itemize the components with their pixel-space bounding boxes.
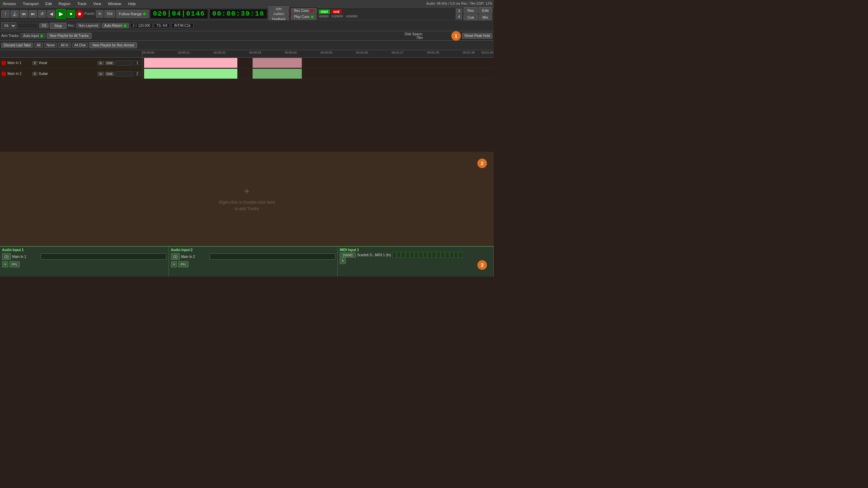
start-marker[interactable]: start xyxy=(319,9,330,14)
menu-help[interactable]: Help xyxy=(127,1,137,6)
track2-rec-circle[interactable] xyxy=(1,72,6,76)
toolbar3: Arm Tracks: Auto-Input New Playlist for … xyxy=(0,31,494,41)
rec-right-btn[interactable]: Rec xyxy=(463,7,478,14)
rec-label: Rec: xyxy=(68,24,75,27)
track1-clip2[interactable] xyxy=(253,58,302,68)
track2-instrument: Guitar xyxy=(39,72,96,76)
track2-name: Main In 2 xyxy=(7,72,31,76)
non-layered-btn[interactable]: Non-Layered xyxy=(76,23,101,28)
audio-input-2-pfl-btn[interactable]: PFL xyxy=(178,261,189,267)
audio-input-1-title: Audio Input 1 xyxy=(2,248,166,252)
track2-header: Main In 2 P Guitar In Disk 2 xyxy=(0,68,142,79)
cue-right-btn[interactable]: Cue xyxy=(463,14,478,20)
audio-input-1-pfl-btn[interactable]: PFL xyxy=(9,261,20,267)
track2-fader[interactable] xyxy=(116,71,133,77)
track1-fader[interactable] xyxy=(116,60,133,66)
track1-clip1[interactable] xyxy=(144,58,237,68)
midi-bar-7 xyxy=(419,252,423,258)
track1-p-btn[interactable]: P xyxy=(33,61,37,65)
menu-track[interactable]: Track xyxy=(76,1,88,6)
menu-edit[interactable]: Edit xyxy=(44,1,53,6)
punch-section: Punch: In Out xyxy=(84,10,115,18)
track2-number: 2 xyxy=(134,72,141,76)
all-btn[interactable]: All xyxy=(34,43,43,48)
discard-last-take-btn[interactable]: Discard Last Take xyxy=(1,43,33,48)
punch-out-btn[interactable]: Out xyxy=(104,10,115,18)
track1-rec-circle[interactable] xyxy=(1,61,6,65)
audition-btn[interactable]: Audition xyxy=(269,12,289,16)
anchor-btn[interactable]: ⚓ xyxy=(11,10,19,18)
new-playlist-rec-btn[interactable]: New Playlist for Rec-Armed xyxy=(90,42,137,48)
menu-view[interactable]: View xyxy=(92,1,103,6)
circle-3: 3 xyxy=(477,260,487,270)
tracks-and-timeline: 00:00:00 00:00:11 00:00:22 00:00:33 00:0… xyxy=(0,50,494,246)
menu-session[interactable]: Session xyxy=(1,1,17,6)
track2-clip1[interactable] xyxy=(144,69,237,79)
all-disk-btn[interactable]: All Disk xyxy=(72,43,88,48)
right-main-btns: Rec Edit Cue Mix xyxy=(463,7,492,20)
audio-input-2-level xyxy=(210,253,335,260)
menu-window[interactable]: Window xyxy=(106,1,122,6)
none-btn[interactable]: None xyxy=(44,43,57,48)
loop-btn[interactable]: ↺ xyxy=(38,10,46,18)
app-wrapper: Session Transport Edit Region Track View… xyxy=(0,0,494,277)
ruler-mark-8: 00:01:28 xyxy=(427,51,439,54)
menu-transport[interactable]: Transport xyxy=(21,1,40,6)
counter1: 3 xyxy=(456,8,462,14)
midi-plus-btn[interactable]: + xyxy=(340,258,346,264)
edit-right-btn[interactable]: Edit xyxy=(478,7,492,14)
rec-arm-btn[interactable]: ⏺ xyxy=(76,10,83,18)
int-mc1k: INT/M-C1k xyxy=(171,23,194,28)
audio-input-1-plus-btn[interactable]: + xyxy=(2,261,8,267)
track2-clip2[interactable] xyxy=(253,69,302,79)
add-tracks-hint: Right-click or Double-click here to add … xyxy=(219,199,275,212)
stop-btn[interactable]: Stop xyxy=(50,23,66,29)
toolbar2: Int. VS Stop Rec: Non-Layered Auto Retur… xyxy=(0,20,494,31)
ruler-header-spacer xyxy=(0,50,142,57)
reset-peak-hold-btn[interactable]: Reset Peak Hold xyxy=(462,33,492,39)
audio-input-1-channel-btn[interactable]: (1) xyxy=(2,253,11,260)
track1-clips[interactable] xyxy=(142,58,494,68)
ruler-mark-1: 00:00:11 xyxy=(178,51,190,54)
mix-right-btn[interactable]: Mix xyxy=(479,14,492,20)
record-btn[interactable]: ■ xyxy=(67,10,75,18)
punch-in-btn[interactable]: In xyxy=(96,10,103,18)
int-select[interactable]: Int. xyxy=(1,22,16,29)
fast-forward-end-btn[interactable]: ⏭ xyxy=(29,10,37,18)
audio-input-2-name: Main In 2 xyxy=(181,255,208,259)
audio-input-2-plus-btn[interactable]: + xyxy=(171,261,177,267)
play-btn[interactable]: ▶ xyxy=(56,9,66,19)
end-marker[interactable]: end xyxy=(331,9,341,14)
mixer-area: Audio Input 1 (1) Main In 1 + PFL Audio … xyxy=(0,246,494,277)
track-row: Main In 2 P Guitar In Disk 2 xyxy=(0,68,494,79)
time-clock-display: 00:00:39:16 xyxy=(209,9,268,19)
play-cues-btn[interactable]: Play Cues xyxy=(291,14,317,20)
track2-p-btn[interactable]: P xyxy=(33,72,37,76)
auto-input-btn[interactable]: Auto-Input xyxy=(21,33,45,38)
midi-level-indicators xyxy=(392,252,462,258)
auto-return-btn[interactable]: Auto Return xyxy=(102,23,129,28)
disk-space-section: Disk Space: 79m xyxy=(405,32,423,40)
rec-cues-btn[interactable]: Rec Cues xyxy=(291,8,317,14)
solo-btn[interactable]: Solo xyxy=(269,6,289,11)
empty-area[interactable]: + Right-click or Double-click here to ad… xyxy=(0,152,494,246)
rewind-start-btn[interactable]: ⏮ xyxy=(20,10,28,18)
new-playlist-all-btn[interactable]: New Playlist for All Tracks xyxy=(47,33,92,39)
track1-in-btn[interactable]: In xyxy=(98,61,104,65)
midi-bar-16 xyxy=(458,252,462,258)
menu-region[interactable]: Region xyxy=(57,1,72,6)
vs-btn[interactable]: VS xyxy=(39,23,48,28)
back-btn[interactable]: ◀ xyxy=(47,10,55,18)
exclaim-btn[interactable]: ! xyxy=(1,10,9,18)
track2-disk-btn[interactable]: Disk xyxy=(105,72,115,76)
follow-range-btn[interactable]: Follow Range xyxy=(116,10,149,18)
transport-right: 3 4 Rec Edit Cue Mix xyxy=(456,7,492,20)
track2-clips[interactable] xyxy=(142,68,494,79)
audio-input-2-channel-btn[interactable]: (1) xyxy=(171,253,180,260)
transport-bar: ! ⚓ ⏮ ⏭ ↺ ◀ ▶ ■ ⏺ Punch: In Out Follow R… xyxy=(0,7,494,20)
track2-in-btn[interactable]: In xyxy=(98,72,104,76)
all-in-btn[interactable]: All In xyxy=(58,43,71,48)
fader-slider[interactable] xyxy=(18,23,38,28)
midi-none-btn[interactable]: (none) xyxy=(340,252,356,258)
track1-disk-btn[interactable]: Disk xyxy=(105,61,115,65)
